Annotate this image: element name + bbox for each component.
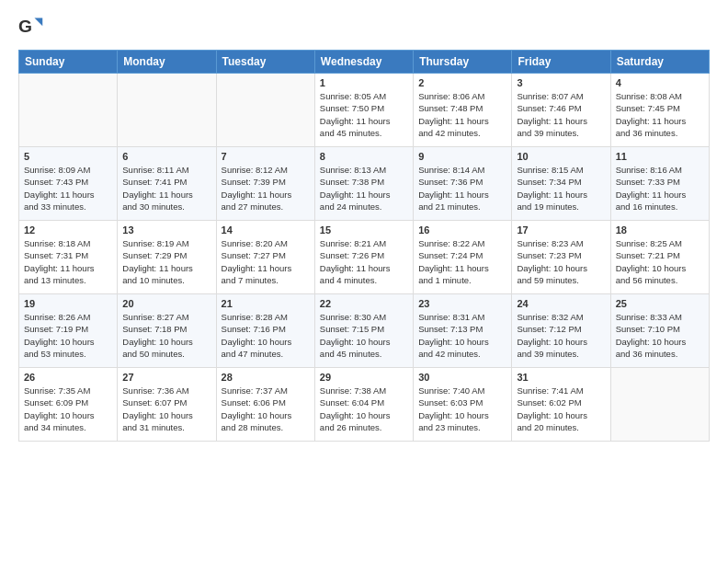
day-number: 24: [517, 298, 605, 309]
calendar-cell: [118, 74, 216, 147]
day-number: 23: [418, 298, 506, 309]
calendar-cell: 11Sunrise: 8:16 AMSunset: 7:33 PMDayligh…: [610, 147, 709, 221]
week-row-4: 19Sunrise: 8:26 AMSunset: 7:19 PMDayligh…: [19, 294, 710, 368]
day-info: Sunrise: 8:30 AMSunset: 7:15 PMDaylight:…: [320, 311, 408, 360]
calendar-cell: 27Sunrise: 7:36 AMSunset: 6:07 PMDayligh…: [118, 368, 216, 442]
week-row-2: 5Sunrise: 8:09 AMSunset: 7:43 PMDaylight…: [19, 147, 710, 221]
calendar-cell: [19, 74, 118, 147]
day-number: 18: [616, 224, 704, 236]
day-number: 16: [418, 224, 506, 236]
day-info: Sunrise: 8:07 AMSunset: 7:46 PMDaylight:…: [517, 90, 605, 139]
day-info: Sunrise: 8:21 AMSunset: 7:26 PMDaylight:…: [320, 237, 408, 286]
day-info: Sunrise: 8:32 AMSunset: 7:12 PMDaylight:…: [517, 311, 605, 360]
calendar-cell: 21Sunrise: 8:28 AMSunset: 7:16 PMDayligh…: [216, 294, 314, 368]
calendar-cell: 14Sunrise: 8:20 AMSunset: 7:27 PMDayligh…: [216, 221, 314, 294]
week-row-3: 12Sunrise: 8:18 AMSunset: 7:31 PMDayligh…: [19, 221, 710, 294]
calendar-cell: 24Sunrise: 8:32 AMSunset: 7:12 PMDayligh…: [512, 294, 610, 368]
svg-marker-1: [35, 18, 43, 27]
calendar-cell: 4Sunrise: 8:08 AMSunset: 7:45 PMDaylight…: [610, 74, 709, 147]
day-info: Sunrise: 8:25 AMSunset: 7:21 PMDaylight:…: [616, 237, 704, 286]
day-number: 10: [517, 151, 605, 162]
day-info: Sunrise: 7:35 AMSunset: 6:09 PMDaylight:…: [24, 385, 112, 433]
day-info: Sunrise: 8:31 AMSunset: 7:13 PMDaylight:…: [418, 311, 506, 360]
day-info: Sunrise: 8:26 AMSunset: 7:19 PMDaylight:…: [24, 311, 112, 360]
day-number: 11: [616, 151, 704, 162]
day-info: Sunrise: 8:14 AMSunset: 7:36 PMDaylight:…: [418, 164, 506, 213]
calendar-cell: 25Sunrise: 8:33 AMSunset: 7:10 PMDayligh…: [610, 294, 709, 368]
day-info: Sunrise: 8:27 AMSunset: 7:18 PMDaylight:…: [122, 311, 210, 360]
calendar-cell: 3Sunrise: 8:07 AMSunset: 7:46 PMDaylight…: [512, 74, 610, 147]
day-info: Sunrise: 8:16 AMSunset: 7:33 PMDaylight:…: [616, 164, 704, 213]
weekday-wednesday: Wednesday: [314, 51, 413, 74]
day-number: 29: [320, 372, 408, 383]
day-number: 19: [24, 298, 112, 309]
calendar-cell: 5Sunrise: 8:09 AMSunset: 7:43 PMDaylight…: [19, 147, 118, 221]
day-number: 21: [222, 298, 310, 309]
calendar-table: SundayMondayTuesdayWednesdayThursdayFrid…: [18, 50, 710, 442]
calendar-cell: 16Sunrise: 8:22 AMSunset: 7:24 PMDayligh…: [414, 221, 512, 294]
weekday-header-row: SundayMondayTuesdayWednesdayThursdayFrid…: [19, 51, 710, 74]
page-header: G: [18, 15, 710, 40]
weekday-friday: Friday: [512, 51, 610, 74]
day-number: 3: [517, 77, 605, 88]
weekday-sunday: Sunday: [19, 51, 118, 74]
day-info: Sunrise: 8:08 AMSunset: 7:45 PMDaylight:…: [616, 90, 704, 139]
day-info: Sunrise: 8:33 AMSunset: 7:10 PMDaylight:…: [616, 311, 704, 360]
calendar-cell: 9Sunrise: 8:14 AMSunset: 7:36 PMDaylight…: [414, 147, 512, 221]
day-number: 20: [122, 298, 210, 309]
day-number: 4: [616, 77, 704, 88]
day-number: 31: [517, 372, 605, 383]
calendar-cell: 18Sunrise: 8:25 AMSunset: 7:21 PMDayligh…: [610, 221, 709, 294]
calendar-cell: 19Sunrise: 8:26 AMSunset: 7:19 PMDayligh…: [19, 294, 118, 368]
day-info: Sunrise: 7:36 AMSunset: 6:07 PMDaylight:…: [122, 385, 210, 433]
calendar-cell: 15Sunrise: 8:21 AMSunset: 7:26 PMDayligh…: [314, 221, 413, 294]
day-info: Sunrise: 8:22 AMSunset: 7:24 PMDaylight:…: [418, 237, 506, 286]
day-info: Sunrise: 8:15 AMSunset: 7:34 PMDaylight:…: [517, 164, 605, 213]
weekday-thursday: Thursday: [414, 51, 512, 74]
day-info: Sunrise: 8:05 AMSunset: 7:50 PMDaylight:…: [320, 90, 408, 139]
day-info: Sunrise: 8:28 AMSunset: 7:16 PMDaylight:…: [222, 311, 310, 360]
calendar-cell: 2Sunrise: 8:06 AMSunset: 7:48 PMDaylight…: [414, 74, 512, 147]
day-number: 28: [222, 372, 310, 383]
day-info: Sunrise: 7:37 AMSunset: 6:06 PMDaylight:…: [222, 385, 310, 433]
calendar-cell: 12Sunrise: 8:18 AMSunset: 7:31 PMDayligh…: [19, 221, 118, 294]
day-number: 8: [320, 151, 408, 162]
svg-text:G: G: [18, 17, 32, 36]
logo-icon: G: [18, 15, 44, 40]
calendar-cell: 6Sunrise: 8:11 AMSunset: 7:41 PMDaylight…: [118, 147, 216, 221]
day-info: Sunrise: 8:09 AMSunset: 7:43 PMDaylight:…: [24, 164, 112, 213]
day-info: Sunrise: 8:06 AMSunset: 7:48 PMDaylight:…: [418, 90, 506, 139]
calendar-cell: 26Sunrise: 7:35 AMSunset: 6:09 PMDayligh…: [19, 368, 118, 442]
day-number: 26: [24, 372, 112, 383]
weekday-tuesday: Tuesday: [216, 51, 314, 74]
day-number: 2: [418, 77, 506, 88]
calendar-cell: 29Sunrise: 7:38 AMSunset: 6:04 PMDayligh…: [314, 368, 413, 442]
calendar-cell: 17Sunrise: 8:23 AMSunset: 7:23 PMDayligh…: [512, 221, 610, 294]
day-info: Sunrise: 8:20 AMSunset: 7:27 PMDaylight:…: [222, 237, 310, 286]
week-row-1: 1Sunrise: 8:05 AMSunset: 7:50 PMDaylight…: [19, 74, 710, 147]
day-info: Sunrise: 7:38 AMSunset: 6:04 PMDaylight:…: [320, 385, 408, 433]
day-number: 27: [122, 372, 210, 383]
calendar-cell: 20Sunrise: 8:27 AMSunset: 7:18 PMDayligh…: [118, 294, 216, 368]
day-number: 9: [418, 151, 506, 162]
week-row-5: 26Sunrise: 7:35 AMSunset: 6:09 PMDayligh…: [19, 368, 710, 442]
calendar-cell: [610, 368, 709, 442]
day-number: 25: [616, 298, 704, 309]
day-info: Sunrise: 8:11 AMSunset: 7:41 PMDaylight:…: [122, 164, 210, 213]
calendar-cell: 22Sunrise: 8:30 AMSunset: 7:15 PMDayligh…: [314, 294, 413, 368]
day-info: Sunrise: 8:13 AMSunset: 7:38 PMDaylight:…: [320, 164, 408, 213]
calendar-cell: 31Sunrise: 7:41 AMSunset: 6:02 PMDayligh…: [512, 368, 610, 442]
day-number: 7: [222, 151, 310, 162]
day-number: 15: [320, 224, 408, 236]
day-info: Sunrise: 8:19 AMSunset: 7:29 PMDaylight:…: [122, 237, 210, 286]
calendar-cell: 10Sunrise: 8:15 AMSunset: 7:34 PMDayligh…: [512, 147, 610, 221]
day-number: 30: [418, 372, 506, 383]
day-number: 13: [122, 224, 210, 236]
calendar-cell: 23Sunrise: 8:31 AMSunset: 7:13 PMDayligh…: [414, 294, 512, 368]
day-info: Sunrise: 8:18 AMSunset: 7:31 PMDaylight:…: [24, 237, 112, 286]
day-number: 17: [517, 224, 605, 236]
day-number: 1: [320, 77, 408, 88]
calendar-cell: 1Sunrise: 8:05 AMSunset: 7:50 PMDaylight…: [314, 74, 413, 147]
day-info: Sunrise: 8:23 AMSunset: 7:23 PMDaylight:…: [517, 237, 605, 286]
day-number: 5: [24, 151, 112, 162]
